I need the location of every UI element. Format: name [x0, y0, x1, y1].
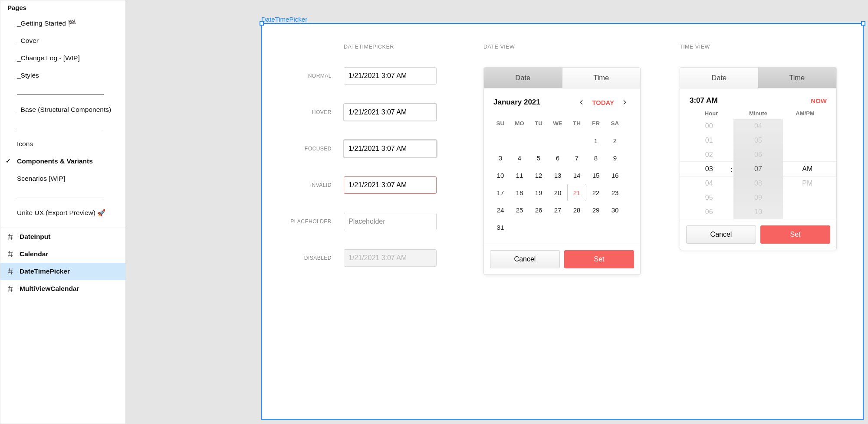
datetimepicker-field[interactable]: [344, 104, 437, 121]
calendar-day[interactable]: 10: [491, 166, 510, 184]
artboard-datetimepicker[interactable]: DATETIMEPICKER NORMALHOVERFOCUSEDINVALID…: [261, 23, 864, 420]
now-button[interactable]: NOW: [811, 97, 827, 104]
datetimepicker-input[interactable]: [344, 67, 437, 85]
time-spinners[interactable]: : 0001020304050604050607080910AMPM: [680, 119, 836, 219]
ampm-spinner-value[interactable]: [783, 190, 832, 205]
minute-spinner-value[interactable]: 04: [733, 119, 783, 134]
page-item[interactable]: _Getting Started 🏁: [0, 15, 125, 32]
datetimepicker-input[interactable]: [344, 176, 437, 194]
calendar-day[interactable]: 9: [605, 149, 625, 166]
calendar-day[interactable]: 14: [567, 166, 586, 184]
hour-spinner-value[interactable]: 03: [684, 162, 733, 176]
today-button[interactable]: TODAY: [592, 99, 614, 106]
minute-spinner-value[interactable]: 09: [733, 190, 783, 205]
calendar-day[interactable]: 26: [529, 201, 548, 219]
calendar-day[interactable]: 22: [586, 184, 605, 201]
datetimepicker-input[interactable]: [344, 140, 437, 157]
datetimepicker-input[interactable]: [344, 249, 437, 267]
set-button[interactable]: Set: [564, 250, 634, 268]
frame-label[interactable]: DateTimePicker: [261, 16, 307, 23]
datetimepicker-field[interactable]: [344, 140, 437, 157]
minute-spinner-value[interactable]: 10: [733, 205, 783, 219]
hour-spinner-value[interactable]: 06: [684, 205, 733, 219]
cancel-button[interactable]: Cancel: [490, 250, 560, 268]
calendar-day[interactable]: 25: [510, 201, 529, 219]
calendar-prev-icon[interactable]: [575, 96, 588, 108]
calendar-day[interactable]: 29: [586, 201, 605, 219]
hour-spinner-value[interactable]: 05: [684, 190, 733, 205]
minute-spinner-value[interactable]: 07: [733, 162, 783, 176]
calendar-day[interactable]: 15: [586, 166, 605, 184]
page-item[interactable]: Scenarios [WIP]: [0, 170, 125, 187]
calendar-month-year[interactable]: January 2021: [493, 98, 540, 107]
frame-item[interactable]: Calendar: [0, 245, 125, 263]
ampm-spinner-value[interactable]: [783, 205, 832, 219]
frame-item[interactable]: DateInput: [0, 228, 125, 245]
hour-spinner-value[interactable]: 00: [684, 119, 733, 134]
calendar-day[interactable]: 31: [491, 219, 510, 236]
minute-spinner-value[interactable]: 05: [733, 134, 783, 148]
calendar-day[interactable]: 3: [491, 149, 510, 166]
calendar-day[interactable]: 18: [510, 184, 529, 201]
frame-item[interactable]: MultiViewCalendar: [0, 280, 125, 297]
calendar-day[interactable]: 7: [567, 149, 586, 166]
calendar-day[interactable]: 5: [529, 149, 548, 166]
datetimepicker-field[interactable]: [344, 213, 437, 230]
selection-handle-tr[interactable]: [861, 21, 865, 26]
minute-spinner-value[interactable]: 08: [733, 176, 783, 190]
tab-time-2[interactable]: Time: [758, 68, 837, 88]
datetimepicker-field[interactable]: [344, 68, 437, 84]
calendar-day[interactable]: 8: [586, 149, 605, 166]
calendar-day[interactable]: 2: [605, 132, 625, 149]
hour-spinner-value[interactable]: 01: [684, 134, 733, 148]
calendar-day[interactable]: 20: [548, 184, 567, 201]
calendar-day[interactable]: 19: [529, 184, 548, 201]
calendar-day[interactable]: 1: [586, 132, 605, 149]
page-item[interactable]: _Change Log - [WIP]: [0, 49, 125, 67]
page-item[interactable]: Unite UX (Export Preview) 🚀: [0, 204, 125, 222]
set-button-2[interactable]: Set: [760, 225, 830, 244]
minute-spinner-value[interactable]: 06: [733, 148, 783, 162]
page-item-label: Components & Variants: [17, 157, 93, 165]
calendar-day[interactable]: 24: [491, 201, 510, 219]
cancel-button-2[interactable]: Cancel: [686, 225, 756, 244]
calendar-day[interactable]: 6: [548, 149, 567, 166]
calendar-day[interactable]: 11: [510, 166, 529, 184]
ampm-spinner[interactable]: AMPM: [783, 119, 832, 219]
hour-spinner[interactable]: 00010203040506: [684, 119, 733, 219]
calendar-day[interactable]: 16: [605, 166, 625, 184]
ampm-spinner-value[interactable]: PM: [783, 176, 832, 190]
page-item[interactable]: _Cover: [0, 32, 125, 49]
calendar-day[interactable]: 27: [548, 201, 567, 219]
tab-date-2[interactable]: Date: [680, 68, 758, 88]
page-item[interactable]: ✓Components & Variants: [0, 153, 125, 170]
calendar-day[interactable]: 17: [491, 184, 510, 201]
datetimepicker-input[interactable]: [344, 104, 437, 121]
calendar-day[interactable]: 30: [605, 201, 625, 219]
minute-spinner[interactable]: 04050607080910: [733, 119, 783, 219]
calendar-day[interactable]: 28: [567, 201, 586, 219]
ampm-spinner-value[interactable]: [783, 119, 832, 134]
calendar-next-icon[interactable]: [618, 96, 631, 108]
tab-time[interactable]: Time: [562, 68, 641, 88]
canvas[interactable]: DateTimePicker DATETIMEPICKER NORMALHOVE…: [126, 0, 868, 424]
ampm-spinner-value[interactable]: [783, 134, 832, 148]
calendar-day[interactable]: 21: [567, 184, 586, 201]
datetimepicker-field[interactable]: [344, 177, 437, 193]
frame-item[interactable]: DateTimePicker: [0, 263, 125, 280]
tab-date[interactable]: Date: [484, 68, 562, 88]
calendar-day[interactable]: 12: [529, 166, 548, 184]
datetimepicker-field[interactable]: [344, 250, 437, 266]
page-item[interactable]: _Styles: [0, 67, 125, 84]
selection-handle-tl[interactable]: [260, 21, 264, 26]
page-item[interactable]: Icons: [0, 135, 125, 153]
ampm-spinner-value[interactable]: AM: [783, 162, 832, 176]
calendar-day[interactable]: 13: [548, 166, 567, 184]
calendar-day[interactable]: 4: [510, 149, 529, 166]
page-item[interactable]: _Base (Structural Components): [0, 101, 125, 118]
hour-spinner-value[interactable]: 02: [684, 148, 733, 162]
calendar-day[interactable]: 23: [605, 184, 625, 201]
hour-spinner-value[interactable]: 04: [684, 176, 733, 190]
ampm-spinner-value[interactable]: [783, 148, 832, 162]
datetimepicker-input[interactable]: [344, 213, 437, 230]
